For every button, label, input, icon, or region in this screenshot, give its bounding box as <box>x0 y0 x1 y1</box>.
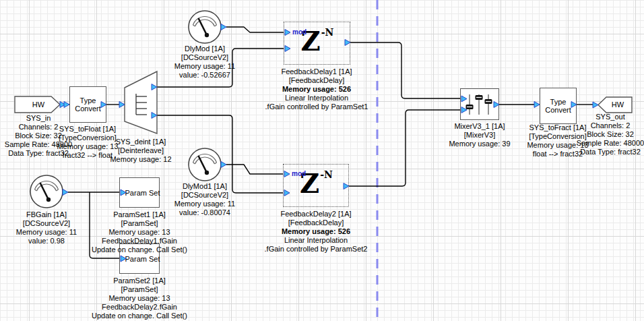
wire-dlymod-to-feedbackdelay1-mod[interactable] <box>226 27 284 32</box>
caption-line: Data Type: fract32 <box>560 148 644 156</box>
feedbackdelay2-label: FeedbackDelay2 [1A] [FeedbackDelay] Memo… <box>259 210 373 254</box>
caption-line: Memory usage: 13 <box>82 294 197 303</box>
sysin-hw-text: HW <box>23 100 54 109</box>
caption-line: [FeedbackDelay] <box>259 76 374 85</box>
mixer-faders-icon <box>466 94 492 115</box>
typeconvert2-output-port[interactable] <box>571 102 577 108</box>
dlymod-dial-icon[interactable] <box>189 11 221 43</box>
caption-line: FeedbackDelay1 [1A] <box>259 67 374 76</box>
dlymod-label: DlyMod [1A] [DCSourceV2] Memory usage: 1… <box>151 45 259 80</box>
caption-line: SYS_toFloat [1A] <box>37 125 138 134</box>
caption-line: [ParamSet] <box>82 285 197 294</box>
mixer-input-port-1[interactable] <box>461 96 467 102</box>
caption-line: Memory usage: 13 <box>82 228 197 237</box>
feedbackdelay1-mod-label: mod <box>292 28 307 36</box>
typeconvert-input-port[interactable] <box>64 102 69 108</box>
caption-line: SYS_in <box>0 114 77 123</box>
sysout-label: SYS_out Channels: 2 Block Size: 32 Sampl… <box>560 113 644 156</box>
dlymod1-dial-icon[interactable] <box>189 148 221 181</box>
caption-line: [DCSourceV2] <box>151 53 259 62</box>
caption-line: value: -0.52667 <box>151 71 259 80</box>
caption-line: .fGain controlled by ParamSet1 <box>259 103 374 111</box>
feedbackdelay2-mod-label: mod <box>292 170 306 177</box>
feedbackdelay1-label: FeedbackDelay1 [1A] [FeedbackDelay] Memo… <box>259 67 374 111</box>
caption-line: [Deinterleave] <box>90 146 191 155</box>
sys-deint-label: SYS_deint [1A] [Deinterleave] Memory usa… <box>90 138 191 164</box>
typeconvert2-input-port[interactable] <box>534 102 540 108</box>
caption-line: Memory usage: 11 <box>151 62 259 71</box>
caption-line: SYS_deint [1A] <box>90 138 191 146</box>
caption-line: SYS_out <box>560 113 644 121</box>
typeconvert-output-port[interactable] <box>101 102 106 108</box>
wire-dlymod1-to-feedbackdelay2-mod[interactable] <box>226 165 283 174</box>
caption-line: Memory usage: 11 <box>0 228 93 237</box>
dlymod1-output-port[interactable] <box>221 162 226 168</box>
caption-line: DlyMod [1A] <box>151 45 259 53</box>
caption-line: Update on change. Call Set() <box>82 245 197 254</box>
caption-line: Channels: 2 <box>560 121 644 130</box>
paramset1-label: ParamSet1 [1A] [ParamSet] Memory usage: … <box>82 210 197 254</box>
z-exponent: -N <box>320 169 333 180</box>
caption-line: Sample Rate: 48000 <box>560 139 644 148</box>
caption-line: ParamSet2 [1A] <box>82 276 197 285</box>
caption-line: FeedbackDelay1.fGain <box>82 237 197 245</box>
caption-line: .fGain controlled by ParamSet2 <box>259 245 373 254</box>
caption-line: [FeedbackDelay] <box>259 218 373 227</box>
caption-line: ParamSet1 [1A] <box>82 210 197 219</box>
fbgain-output-port[interactable] <box>63 189 68 196</box>
caption-line: Linear Interpolation <box>259 236 373 245</box>
caption-line: Update on change. Call Set() <box>82 312 197 320</box>
sysout-hw-text: HW <box>604 100 632 109</box>
paramset1-input-port[interactable] <box>121 189 126 196</box>
caption-line: [DCSourceV2] <box>151 191 259 200</box>
paramset2-input-port[interactable] <box>121 256 126 262</box>
sysout-input-port[interactable] <box>593 102 598 108</box>
caption-line: Memory usage: 11 <box>151 200 259 208</box>
dlymod-output-port[interactable] <box>221 24 226 30</box>
diagram-canvas[interactable]: Type Convert Type Convert Param Set Para… <box>0 0 644 321</box>
caption-line: FeedbackDelay2 [1A] <box>259 210 373 218</box>
mixer-output-port[interactable] <box>494 102 499 108</box>
caption-line: [ParamSet] <box>82 219 197 228</box>
caption-line: DlyMod1 [1A] <box>151 182 259 191</box>
paramset2-label: ParamSet2 [1A] [ParamSet] Memory usage: … <box>82 276 197 320</box>
z-exponent: -N <box>321 27 334 38</box>
caption-line: [DCSourceV2] <box>0 219 93 228</box>
deinterleave-input-port[interactable] <box>119 102 125 108</box>
caption-line: value: 0.98 <box>0 237 93 245</box>
caption-line: Linear Interpolation <box>259 94 374 103</box>
caption-line: FBGain [1A] <box>0 210 93 219</box>
fbgain-dial-icon[interactable] <box>30 175 63 208</box>
fbgain-label: FBGain [1A] [DCSourceV2] Memory usage: 1… <box>0 210 93 245</box>
caption-line: Memory usage: 526 <box>259 227 373 236</box>
caption-line: Block Size: 32 <box>560 130 644 139</box>
caption-line: Memory usage: 12 <box>90 155 191 164</box>
caption-line: Memory usage: 526 <box>259 85 374 94</box>
caption-line: FeedbackDelay2.fGain <box>82 303 197 312</box>
